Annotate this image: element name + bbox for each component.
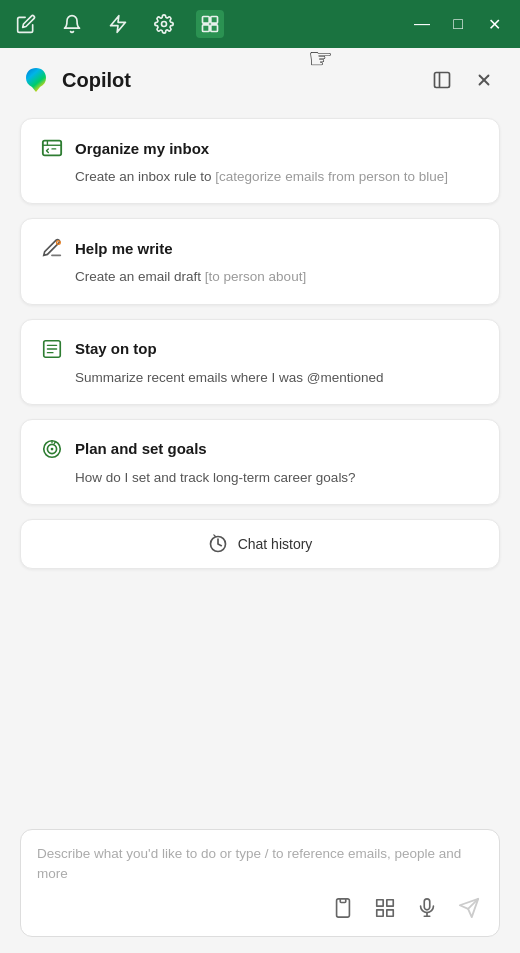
help-me-write-bracket: [to person about]	[205, 269, 306, 284]
expand-btn[interactable]	[426, 64, 458, 96]
edit-icon[interactable]	[12, 10, 40, 38]
panel-title: Copilot	[62, 69, 131, 92]
organize-inbox-title: Organize my inbox	[75, 140, 209, 157]
svg-point-1	[162, 22, 167, 27]
svg-rect-25	[424, 899, 430, 910]
copilot-logo	[20, 64, 52, 96]
minimize-btn[interactable]: —	[408, 10, 436, 38]
copilot-taskbar-icon[interactable]	[196, 10, 224, 38]
svg-rect-22	[387, 900, 393, 906]
maximize-btn[interactable]: □	[444, 10, 472, 38]
input-actions	[37, 894, 483, 922]
copilot-panel: Copilot	[0, 48, 520, 953]
svg-point-18	[51, 447, 54, 450]
svg-rect-5	[211, 25, 218, 32]
organize-inbox-bracket: [categorize emails from person to blue]	[215, 169, 448, 184]
content-area: Organize my inbox Create an inbox rule t…	[0, 108, 520, 817]
pen-icon	[39, 235, 65, 261]
bell-icon[interactable]	[58, 10, 86, 38]
inbox-icon	[39, 135, 65, 161]
stay-on-top-description: Summarize recent emails where I was @men…	[39, 368, 481, 388]
organize-inbox-card[interactable]: Organize my inbox Create an inbox rule t…	[20, 118, 500, 204]
input-box[interactable]: Describe what you'd like to do or type /…	[20, 829, 500, 938]
clock-icon	[208, 534, 228, 554]
taskbar-icons	[12, 10, 224, 38]
close-btn[interactable]: ✕	[480, 10, 508, 38]
svg-rect-21	[377, 900, 383, 906]
lightning-icon[interactable]	[104, 10, 132, 38]
grid-icon[interactable]	[371, 894, 399, 922]
stay-on-top-card[interactable]: Stay on top Summarize recent emails wher…	[20, 319, 500, 405]
clipboard-icon[interactable]	[329, 894, 357, 922]
send-btn[interactable]	[455, 894, 483, 922]
svg-marker-0	[111, 16, 126, 33]
stay-on-top-title: Stay on top	[75, 340, 157, 357]
panel-header-right	[426, 64, 500, 96]
help-me-write-card[interactable]: Help me write Create an email draft [to …	[20, 218, 500, 304]
svg-rect-4	[203, 25, 210, 32]
card-title-row-2: Help me write	[39, 235, 481, 261]
settings-icon[interactable]	[150, 10, 178, 38]
chat-history-label: Chat history	[238, 536, 313, 552]
card-title-row: Organize my inbox	[39, 135, 481, 161]
panel-header-left: Copilot	[20, 64, 131, 96]
close-panel-btn[interactable]	[468, 64, 500, 96]
svg-rect-20	[340, 899, 346, 903]
taskbar: — □ ✕	[0, 0, 520, 48]
input-area: Describe what you'd like to do or type /…	[0, 817, 520, 954]
card-title-row-4: Plan and set goals	[39, 436, 481, 462]
svg-rect-23	[377, 910, 383, 916]
svg-rect-6	[435, 73, 450, 88]
target-icon	[39, 436, 65, 462]
svg-rect-10	[43, 141, 61, 156]
help-me-write-description: Create an email draft [to person about]	[39, 267, 481, 287]
list-icon	[39, 336, 65, 362]
microphone-icon[interactable]	[413, 894, 441, 922]
panel-header: Copilot	[0, 48, 520, 108]
card-title-row-3: Stay on top	[39, 336, 481, 362]
svg-rect-2	[203, 17, 210, 24]
svg-rect-3	[211, 17, 218, 24]
plan-goals-description: How do I set and track long-term career …	[39, 468, 481, 488]
window-controls: — □ ✕	[408, 10, 508, 38]
chat-history-button[interactable]: Chat history	[20, 519, 500, 569]
plan-goals-title: Plan and set goals	[75, 440, 207, 457]
plan-goals-card[interactable]: Plan and set goals How do I set and trac…	[20, 419, 500, 505]
svg-rect-24	[387, 910, 393, 916]
input-placeholder: Describe what you'd like to do or type /…	[37, 844, 483, 885]
organize-inbox-description: Create an inbox rule to [categorize emai…	[39, 167, 481, 187]
help-me-write-title: Help me write	[75, 240, 173, 257]
